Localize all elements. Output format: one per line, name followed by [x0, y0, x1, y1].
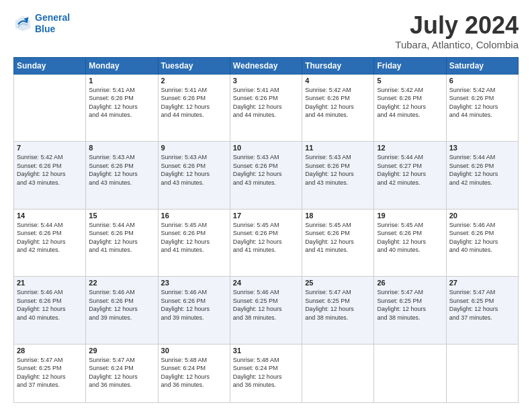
day-info: Sunrise: 5:43 AMSunset: 6:26 PMDaylight:…: [89, 153, 154, 187]
day-info: Sunrise: 5:43 AMSunset: 6:26 PMDaylight:…: [305, 153, 371, 187]
day-number: 12: [377, 144, 443, 152]
day-info: Sunrise: 5:47 AMSunset: 6:25 PMDaylight:…: [449, 288, 515, 322]
day-number: 23: [161, 279, 227, 287]
day-info: Sunrise: 5:42 AMSunset: 6:26 PMDaylight:…: [305, 86, 371, 120]
day-number: 3: [233, 77, 299, 85]
day-number: 31: [233, 347, 299, 355]
day-number: 2: [161, 77, 227, 85]
calendar-cell: 26Sunrise: 5:47 AMSunset: 6:25 PMDayligh…: [374, 277, 446, 344]
calendar-cell: 13Sunrise: 5:44 AMSunset: 6:26 PMDayligh…: [446, 142, 518, 209]
day-number: 14: [17, 212, 83, 220]
day-info: Sunrise: 5:43 AMSunset: 6:26 PMDaylight:…: [233, 153, 299, 187]
logo-line2: Blue: [35, 24, 55, 34]
calendar-cell: 9Sunrise: 5:43 AMSunset: 6:26 PMDaylight…: [158, 142, 230, 209]
calendar-cell: 10Sunrise: 5:43 AMSunset: 6:26 PMDayligh…: [230, 142, 302, 209]
calendar-week-0: 1Sunrise: 5:41 AMSunset: 6:26 PMDaylight…: [14, 74, 519, 141]
calendar-week-2: 14Sunrise: 5:44 AMSunset: 6:26 PMDayligh…: [14, 209, 519, 276]
logo: General Blue: [13, 12, 70, 35]
day-info: Sunrise: 5:45 AMSunset: 6:26 PMDaylight:…: [305, 221, 371, 255]
calendar-cell: 4Sunrise: 5:42 AMSunset: 6:26 PMDaylight…: [302, 74, 374, 141]
day-number: 18: [305, 212, 371, 220]
calendar-cell: 27Sunrise: 5:47 AMSunset: 6:25 PMDayligh…: [446, 277, 518, 344]
calendar-cell: 7Sunrise: 5:42 AMSunset: 6:26 PMDaylight…: [14, 142, 86, 209]
calendar-cell: 31Sunrise: 5:48 AMSunset: 6:24 PMDayligh…: [230, 344, 302, 402]
day-number: 11: [305, 144, 371, 152]
calendar-cell: 16Sunrise: 5:45 AMSunset: 6:26 PMDayligh…: [158, 209, 230, 276]
subtitle: Tubara, Atlantico, Colombia: [395, 39, 519, 50]
calendar-cell: 15Sunrise: 5:44 AMSunset: 6:26 PMDayligh…: [86, 209, 158, 276]
calendar-header-monday: Monday: [86, 57, 158, 74]
calendar-table: SundayMondayTuesdayWednesdayThursdayFrid…: [13, 57, 519, 403]
calendar-header-tuesday: Tuesday: [158, 57, 230, 74]
calendar-cell: [302, 344, 374, 402]
logo-line1: General: [35, 12, 70, 23]
day-info: Sunrise: 5:42 AMSunset: 6:26 PMDaylight:…: [17, 153, 83, 187]
calendar-cell: 30Sunrise: 5:48 AMSunset: 6:24 PMDayligh…: [158, 344, 230, 402]
day-number: 15: [89, 212, 154, 220]
calendar-cell: 5Sunrise: 5:42 AMSunset: 6:26 PMDaylight…: [374, 74, 446, 141]
day-number: 6: [449, 77, 515, 85]
calendar-cell: 8Sunrise: 5:43 AMSunset: 6:26 PMDaylight…: [86, 142, 158, 209]
day-number: 27: [449, 279, 515, 287]
day-number: 25: [305, 279, 371, 287]
day-info: Sunrise: 5:47 AMSunset: 6:25 PMDaylight:…: [17, 356, 83, 390]
day-info: Sunrise: 5:41 AMSunset: 6:26 PMDaylight:…: [161, 86, 227, 120]
day-number: 1: [89, 77, 154, 85]
main-title: July 2024: [395, 12, 519, 39]
day-info: Sunrise: 5:47 AMSunset: 6:25 PMDaylight:…: [305, 288, 371, 322]
calendar-header-saturday: Saturday: [446, 57, 518, 74]
calendar-cell: 12Sunrise: 5:44 AMSunset: 6:27 PMDayligh…: [374, 142, 446, 209]
calendar-cell: 2Sunrise: 5:41 AMSunset: 6:26 PMDaylight…: [158, 74, 230, 141]
day-number: 7: [17, 144, 83, 152]
calendar-week-1: 7Sunrise: 5:42 AMSunset: 6:26 PMDaylight…: [14, 142, 519, 209]
day-number: 30: [161, 347, 227, 355]
calendar-header-wednesday: Wednesday: [230, 57, 302, 74]
day-info: Sunrise: 5:46 AMSunset: 6:26 PMDaylight:…: [17, 288, 83, 322]
day-number: 5: [377, 77, 443, 85]
page: General Blue July 2024 Tubara, Atlantico…: [0, 0, 532, 411]
day-number: 26: [377, 279, 443, 287]
day-info: Sunrise: 5:44 AMSunset: 6:26 PMDaylight:…: [89, 221, 154, 255]
calendar-cell: 6Sunrise: 5:42 AMSunset: 6:26 PMDaylight…: [446, 74, 518, 141]
calendar-cell: 25Sunrise: 5:47 AMSunset: 6:25 PMDayligh…: [302, 277, 374, 344]
calendar-cell: 24Sunrise: 5:46 AMSunset: 6:25 PMDayligh…: [230, 277, 302, 344]
calendar-cell: 23Sunrise: 5:46 AMSunset: 6:26 PMDayligh…: [158, 277, 230, 344]
day-info: Sunrise: 5:41 AMSunset: 6:26 PMDaylight:…: [89, 86, 154, 120]
calendar-header-row: SundayMondayTuesdayWednesdayThursdayFrid…: [14, 57, 519, 74]
day-info: Sunrise: 5:47 AMSunset: 6:25 PMDaylight:…: [377, 288, 443, 322]
day-number: 9: [161, 144, 227, 152]
calendar-header-thursday: Thursday: [302, 57, 374, 74]
day-number: 24: [233, 279, 299, 287]
calendar-cell: 11Sunrise: 5:43 AMSunset: 6:26 PMDayligh…: [302, 142, 374, 209]
day-number: 21: [17, 279, 83, 287]
calendar-week-3: 21Sunrise: 5:46 AMSunset: 6:26 PMDayligh…: [14, 277, 519, 344]
day-number: 28: [17, 347, 83, 355]
day-info: Sunrise: 5:44 AMSunset: 6:26 PMDaylight:…: [17, 221, 83, 255]
calendar-header-friday: Friday: [374, 57, 446, 74]
calendar-cell: 21Sunrise: 5:46 AMSunset: 6:26 PMDayligh…: [14, 277, 86, 344]
day-info: Sunrise: 5:47 AMSunset: 6:24 PMDaylight:…: [89, 356, 154, 390]
calendar-cell: 18Sunrise: 5:45 AMSunset: 6:26 PMDayligh…: [302, 209, 374, 276]
day-number: 16: [161, 212, 227, 220]
day-info: Sunrise: 5:45 AMSunset: 6:26 PMDaylight:…: [377, 221, 443, 255]
logo-text: General Blue: [35, 12, 70, 35]
calendar-cell: 17Sunrise: 5:45 AMSunset: 6:26 PMDayligh…: [230, 209, 302, 276]
header: General Blue July 2024 Tubara, Atlantico…: [13, 12, 519, 50]
day-info: Sunrise: 5:46 AMSunset: 6:26 PMDaylight:…: [161, 288, 227, 322]
calendar-cell: 20Sunrise: 5:46 AMSunset: 6:26 PMDayligh…: [446, 209, 518, 276]
calendar-cell: 19Sunrise: 5:45 AMSunset: 6:26 PMDayligh…: [374, 209, 446, 276]
day-info: Sunrise: 5:48 AMSunset: 6:24 PMDaylight:…: [161, 356, 227, 390]
calendar-cell: 28Sunrise: 5:47 AMSunset: 6:25 PMDayligh…: [14, 344, 86, 402]
day-number: 4: [305, 77, 371, 85]
day-info: Sunrise: 5:42 AMSunset: 6:26 PMDaylight:…: [377, 86, 443, 120]
day-info: Sunrise: 5:46 AMSunset: 6:26 PMDaylight:…: [89, 288, 154, 322]
calendar-cell: 29Sunrise: 5:47 AMSunset: 6:24 PMDayligh…: [86, 344, 158, 402]
calendar-cell: [446, 344, 518, 402]
day-number: 19: [377, 212, 443, 220]
day-info: Sunrise: 5:43 AMSunset: 6:26 PMDaylight:…: [161, 153, 227, 187]
day-number: 29: [89, 347, 154, 355]
day-number: 10: [233, 144, 299, 152]
day-info: Sunrise: 5:44 AMSunset: 6:26 PMDaylight:…: [449, 153, 515, 187]
title-block: July 2024 Tubara, Atlantico, Colombia: [395, 12, 519, 50]
day-number: 13: [449, 144, 515, 152]
